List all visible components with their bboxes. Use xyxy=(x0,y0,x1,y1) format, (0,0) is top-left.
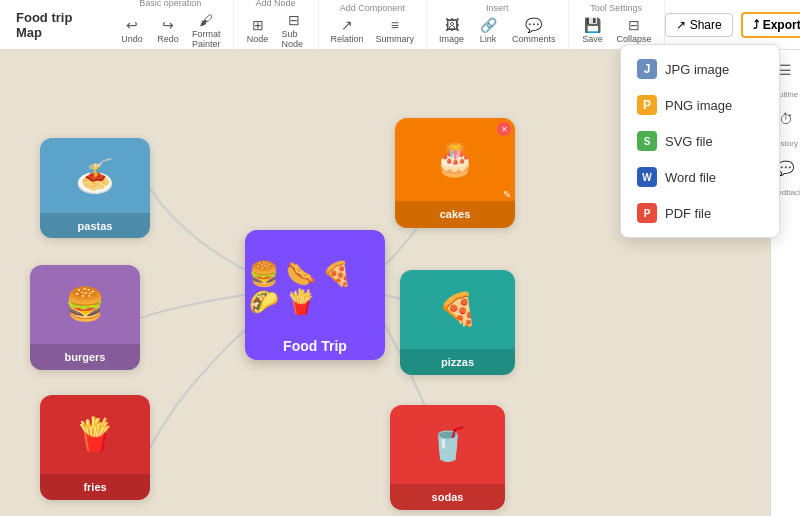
fries-label: fries xyxy=(83,481,106,493)
comments-icon: 💬 xyxy=(525,17,542,33)
add-node-label: Add Node xyxy=(256,0,296,8)
word-icon: W xyxy=(637,167,657,187)
export-button[interactable]: ⤴ Export xyxy=(741,12,800,38)
burgers-image: 🍔 xyxy=(30,265,140,344)
relation-icon: ↗ xyxy=(341,17,353,33)
format-painter-button[interactable]: 🖌 Format Painter xyxy=(188,10,225,51)
node-sodas[interactable]: 🥤 sodas Node Node xyxy=(390,405,505,510)
sodas-image: 🥤 xyxy=(390,405,505,484)
comments-button[interactable]: 💬 Comments xyxy=(508,15,560,46)
save-label: Save xyxy=(582,34,603,44)
node-pizzas[interactable]: 🍕 pizzas Node ⊖ xyxy=(400,270,515,375)
export-svg-option[interactable]: S SVG file xyxy=(621,123,779,159)
node-icon: ⊞ xyxy=(252,17,264,33)
node-cakes[interactable]: 🎂 cakes Node ✕ ✎ ⊖ xyxy=(395,118,515,228)
svg-label: SVG file xyxy=(665,134,713,149)
relation-label: Relation xyxy=(331,34,364,44)
export-label: Export xyxy=(763,18,800,32)
save-icon: 💾 xyxy=(584,17,601,33)
undo-label: Undo xyxy=(121,34,143,44)
sub-node-button[interactable]: ⊟ Sub Node xyxy=(278,10,310,51)
export-dropdown: J JPG image P PNG image S SVG file W Wor… xyxy=(620,44,780,238)
sodas-label: sodas xyxy=(432,491,464,503)
pdf-icon: P xyxy=(637,203,657,223)
history-icon: ⏱ xyxy=(779,111,793,127)
pizzas-label: pizzas xyxy=(441,356,474,368)
export-icon: ⤴ xyxy=(753,18,759,32)
share-button[interactable]: ↗ Share xyxy=(665,13,733,37)
jpg-label: JPG image xyxy=(665,62,729,77)
png-icon: P xyxy=(637,95,657,115)
center-food-emojis: 🍔 🌭 🍕 🌮 🍟 xyxy=(245,238,385,338)
link-label: Link xyxy=(480,34,497,44)
link-icon: 🔗 xyxy=(480,17,497,33)
sub-node-icon: ⊟ xyxy=(288,12,300,28)
add-component-label: Add Component xyxy=(340,3,405,13)
sub-node-label: Sub Node xyxy=(282,29,306,49)
toolbar: Food trip Map Basic operation ↩ Undo ↪ R… xyxy=(0,0,800,50)
node-pastas[interactable]: 🍝 pastas Node ⊖ xyxy=(40,138,150,238)
node-button[interactable]: ⊞ Node xyxy=(242,15,274,46)
comments-label: Comments xyxy=(512,34,556,44)
burgers-label: burgers xyxy=(65,351,106,363)
summary-button[interactable]: ≡ Summary xyxy=(372,15,419,46)
toolbar-group-add-component: Add Component ↗ Relation ≡ Summary xyxy=(319,0,428,50)
jpg-icon: J xyxy=(637,59,657,79)
relation-button[interactable]: ↗ Relation xyxy=(327,15,368,46)
save-button[interactable]: 💾 Save xyxy=(577,15,609,46)
toolbar-group-insert: Insert 🖼 Image 🔗 Link 💬 Comments xyxy=(427,0,569,50)
basic-operation-label: Basic operation xyxy=(139,0,201,8)
pdf-label: PDF file xyxy=(665,206,711,221)
undo-icon: ↩ xyxy=(126,17,138,33)
export-word-option[interactable]: W Word file xyxy=(621,159,779,195)
center-node[interactable]: 🍔 🌭 🍕 🌮 🍟 Food Trip xyxy=(245,230,385,360)
node-fries[interactable]: 🍟 fries Node Node Node ⊖ xyxy=(40,395,150,500)
link-button[interactable]: 🔗 Link xyxy=(472,15,504,46)
svg-icon: S xyxy=(637,131,657,151)
share-label: Share xyxy=(690,18,722,32)
redo-icon: ↪ xyxy=(162,17,174,33)
center-node-label: Food Trip xyxy=(283,338,347,354)
export-pdf-option[interactable]: P PDF file xyxy=(621,195,779,231)
outline-icon: ☰ xyxy=(779,62,792,78)
summary-label: Summary xyxy=(376,34,415,44)
redo-button[interactable]: ↪ Redo xyxy=(152,15,184,46)
pizzas-image: 🍕 xyxy=(400,270,515,349)
image-button[interactable]: 🖼 Image xyxy=(435,15,468,46)
node-label: Node xyxy=(247,34,269,44)
tool-settings-label: Tool Settings xyxy=(590,3,642,13)
format-painter-label: Format Painter xyxy=(192,29,221,49)
cakes-edit-button[interactable]: ✎ xyxy=(503,189,511,200)
image-icon: 🖼 xyxy=(445,17,459,33)
summary-icon: ≡ xyxy=(391,17,399,33)
redo-label: Redo xyxy=(157,34,179,44)
collapse-icon: ⊟ xyxy=(628,17,640,33)
image-label: Image xyxy=(439,34,464,44)
word-label: Word file xyxy=(665,170,716,185)
share-icon: ↗ xyxy=(676,18,686,32)
export-png-option[interactable]: P PNG image xyxy=(621,87,779,123)
cakes-close-button[interactable]: ✕ xyxy=(497,122,511,136)
format-painter-icon: 🖌 xyxy=(199,12,213,28)
pastas-image: 🍝 xyxy=(40,138,150,213)
toolbar-group-tool-settings: Tool Settings 💾 Save ⊟ Collapse xyxy=(569,0,665,50)
undo-button[interactable]: ↩ Undo xyxy=(116,15,148,46)
cakes-label: cakes xyxy=(440,208,471,220)
collapse-label: Collapse xyxy=(617,34,652,44)
export-jpg-option[interactable]: J JPG image xyxy=(621,51,779,87)
app-title: Food trip Map xyxy=(8,10,108,40)
toolbar-group-basic: Basic operation ↩ Undo ↪ Redo 🖌 Format P… xyxy=(108,0,234,50)
insert-label: Insert xyxy=(486,3,509,13)
node-burgers[interactable]: 🍔 burgers Node ⊖ xyxy=(30,265,140,370)
pastas-label: pastas xyxy=(78,220,113,232)
png-label: PNG image xyxy=(665,98,732,113)
toolbar-group-add-node: Add Node ⊞ Node ⊟ Sub Node xyxy=(234,0,319,50)
toolbar-right: ↗ Share ⤴ Export xyxy=(665,12,800,38)
collapse-button[interactable]: ⊟ Collapse xyxy=(613,15,656,46)
fries-image: 🍟 xyxy=(40,395,150,474)
